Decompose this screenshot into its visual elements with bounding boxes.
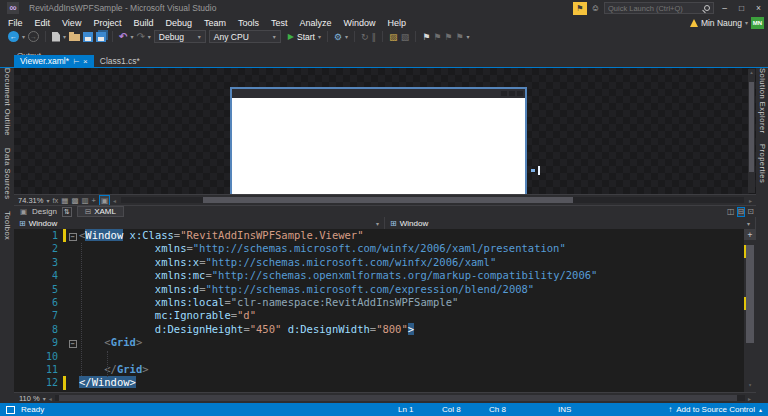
side-tab-document-outline[interactable]: Document Outline	[3, 68, 12, 136]
pin-icon[interactable]: ⊥	[72, 58, 80, 64]
toggle-bookmark-icon[interactable]: ⚑	[422, 32, 430, 42]
code-line-1[interactable]: 1−<Window x:Class="RevitAddInsWPFSample.…	[14, 229, 756, 242]
next-bookmark-icon[interactable]: ⚑	[444, 32, 452, 42]
bookmarks-dropdown-icon[interactable]: ▾	[466, 33, 469, 40]
code-line-4[interactable]: 4 xmlns:mc="http://schemas.openxmlformat…	[14, 269, 756, 282]
code-line-8[interactable]: 8 d:DesignHeight="450" d:DesignWidth="80…	[14, 323, 756, 336]
pending-changes-icon[interactable]	[6, 406, 15, 414]
solution-platform-select[interactable]: Any CPU ▾	[209, 30, 281, 43]
side-tab-solution-explorer[interactable]: Solution Explorer	[758, 68, 767, 134]
warning-icon[interactable]	[690, 19, 698, 27]
scroll-right-icon[interactable]: ▸	[749, 197, 752, 204]
wpf-window-preview[interactable]	[230, 87, 527, 194]
fold-margin[interactable]: −	[66, 336, 79, 349]
user-avatar[interactable]: MN	[751, 17, 764, 29]
restart-icon[interactable]: ↻	[361, 32, 369, 42]
menu-edit[interactable]: Edit	[35, 18, 51, 28]
editor-zoom-select[interactable]: 110 %	[19, 394, 40, 403]
code-line-7[interactable]: 7 mc:Ignorable="d"	[14, 309, 756, 322]
collapse-icon[interactable]: −	[69, 233, 77, 241]
menu-help[interactable]: Help	[388, 18, 407, 28]
notifications-flag-icon[interactable]: ⚑	[573, 2, 587, 15]
scroll-right-icon[interactable]: ▸	[748, 395, 751, 402]
horizontal-split-icon[interactable]: ⊟	[737, 207, 746, 217]
fold-margin[interactable]: −	[66, 229, 79, 242]
designer-zoom-select[interactable]: 74.31%	[18, 196, 43, 205]
vertical-split-icon[interactable]: ◫	[727, 207, 735, 217]
undo-dropdown-icon[interactable]: ▾	[130, 33, 133, 40]
new-file-icon[interactable]	[52, 32, 60, 42]
redo-dropdown-icon[interactable]: ▾	[148, 33, 151, 40]
scrollbar-thumb[interactable]	[749, 82, 754, 172]
xaml-view-tab[interactable]: ⊟ XAML	[77, 206, 124, 217]
menu-window[interactable]: Window	[344, 18, 376, 28]
menu-analyze[interactable]: Analyze	[300, 18, 332, 28]
menu-build[interactable]: Build	[133, 18, 153, 28]
tab-viewer-xaml[interactable]: Viewer.xaml* ⊥ ×	[14, 55, 94, 67]
swap-panes-icon[interactable]: ⇅	[62, 207, 72, 217]
scroll-left-icon[interactable]: ◂	[113, 197, 116, 204]
quick-launch-box[interactable]	[604, 2, 714, 14]
redo-icon[interactable]: ↷	[136, 31, 144, 42]
designer-horizontal-scrollbar[interactable]	[121, 197, 744, 203]
close-button[interactable]: ×	[752, 3, 765, 13]
artboard-background-toggle-icon[interactable]: ▣	[99, 195, 110, 206]
ruler-icon[interactable]: ▥	[81, 196, 88, 205]
previous-bookmark-icon[interactable]: ⚑	[433, 32, 441, 42]
save-all-icon[interactable]	[96, 32, 106, 42]
menu-team[interactable]: Team	[204, 18, 226, 28]
chevron-down-icon[interactable]: ▾	[376, 220, 379, 227]
zoom-dropdown-icon[interactable]: ▾	[43, 395, 46, 402]
menu-view[interactable]: View	[62, 18, 81, 28]
code-line-10[interactable]: 10	[14, 350, 756, 363]
code-line-2[interactable]: 2 xmlns="http://schemas.microsoft.com/wi…	[14, 242, 756, 255]
scroll-up-icon[interactable]: ▴	[750, 69, 753, 75]
scrollbar-thumb[interactable]	[59, 395, 737, 401]
feedback-icon[interactable]: ☺	[591, 3, 600, 13]
side-tab-toolbox[interactable]: Toolbox	[3, 211, 12, 240]
add-to-source-control-button[interactable]: Add to Source Control	[676, 405, 755, 414]
signed-in-user[interactable]: Min Naung	[701, 18, 742, 28]
code-line-11[interactable]: 11 </Grid>	[14, 363, 756, 376]
new-file-dropdown-icon[interactable]: ▾	[63, 33, 66, 40]
designer-vertical-scrollbar[interactable]: ▴	[748, 69, 755, 193]
selection-handle-bar[interactable]	[538, 166, 540, 175]
attach-to-process-icon[interactable]: ⚙	[334, 32, 342, 42]
collapse-icon[interactable]: −	[69, 340, 77, 348]
menu-test[interactable]: Test	[271, 18, 288, 28]
menu-debug[interactable]: Debug	[165, 18, 192, 28]
chevron-down-icon[interactable]: ▾	[747, 220, 750, 227]
element-breadcrumb-right[interactable]: ⊞ Window ▾	[385, 217, 756, 229]
restore-button[interactable]: □	[735, 3, 748, 13]
apply-code-changes-icon[interactable]: ▧	[401, 32, 410, 42]
scrollbar-thumb[interactable]	[746, 245, 754, 343]
menu-tools[interactable]: Tools	[238, 18, 259, 28]
show-grid-icon[interactable]: ▦	[61, 196, 68, 205]
snaplines-icon[interactable]: +	[92, 196, 96, 205]
break-all-icon[interactable]: ∥	[372, 32, 377, 42]
navigate-back-icon[interactable]: ←	[8, 31, 19, 42]
attach-dropdown-icon[interactable]: ▾	[345, 33, 348, 40]
selection-handle[interactable]	[531, 169, 535, 172]
source-control-menu-icon[interactable]: ▴	[759, 406, 762, 413]
side-tab-data-sources[interactable]: Data Sources	[3, 148, 12, 199]
code-line-6[interactable]: 6 xmlns:local="clr-namespace:RevitAddIns…	[14, 296, 756, 309]
side-tab-properties[interactable]: Properties	[758, 144, 767, 183]
code-line-5[interactable]: 5 xmlns:d="http://schemas.microsoft.com/…	[14, 283, 756, 296]
open-file-icon[interactable]	[69, 34, 80, 41]
scrollbar-thumb[interactable]	[203, 197, 573, 203]
editor-horizontal-scrollbar[interactable]	[55, 395, 745, 401]
hot-reload-icon[interactable]: ▨	[389, 32, 398, 42]
solution-configuration-select[interactable]: Debug ▾	[154, 30, 206, 43]
design-view-tab[interactable]: Design	[32, 207, 57, 216]
tab-class1-cs[interactable]: Class1.cs*	[94, 55, 146, 67]
code-line-12[interactable]: 12</Window>	[14, 376, 756, 389]
snap-to-grid-icon[interactable]: ▩	[71, 196, 78, 205]
scroll-left-icon[interactable]: ◂	[49, 395, 52, 402]
menu-project[interactable]: Project	[93, 18, 121, 28]
navigate-forward-icon[interactable]: →	[28, 31, 39, 42]
clear-bookmarks-icon[interactable]: ⚑	[455, 32, 463, 42]
zoom-dropdown-icon[interactable]: ▾	[46, 197, 49, 204]
navigate-back-dropdown-icon[interactable]: ▾	[22, 33, 25, 40]
code-line-3[interactable]: 3 xmlns:x="http://schemas.microsoft.com/…	[14, 256, 756, 269]
